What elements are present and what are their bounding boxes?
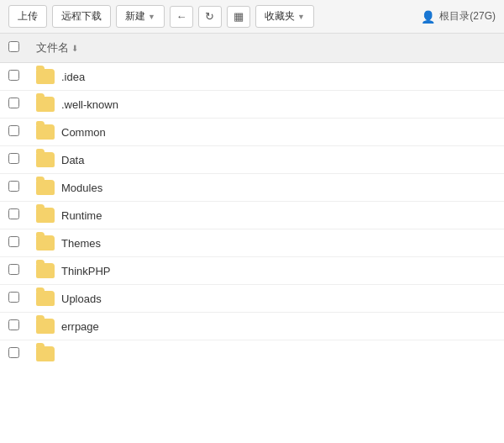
folder-icon — [36, 235, 55, 251]
row-name-cell[interactable] — [28, 340, 504, 368]
row-checkbox[interactable] — [8, 236, 19, 247]
row-checkbox[interactable] — [8, 208, 19, 219]
row-checkbox-cell[interactable] — [0, 229, 28, 257]
table-row[interactable]: .idea — [0, 63, 504, 91]
row-name-cell[interactable]: Modules — [28, 174, 504, 202]
row-name-cell[interactable]: ThinkPHP — [28, 257, 504, 285]
table-row[interactable]: errpage — [0, 313, 504, 340]
table-row[interactable]: Themes — [0, 229, 504, 257]
row-checkbox-cell[interactable] — [0, 146, 28, 174]
folder-icon — [36, 97, 55, 112]
sort-icon: ⬇ — [71, 44, 78, 53]
row-checkbox-cell[interactable] — [0, 91, 28, 119]
select-all-checkbox[interactable] — [8, 41, 19, 52]
folder-icon — [36, 124, 55, 140]
table-row[interactable] — [0, 340, 504, 368]
new-button[interactable]: 新建▼ — [116, 5, 165, 28]
table-row[interactable]: Uploads — [0, 285, 504, 313]
row-checkbox[interactable] — [8, 153, 19, 164]
filename-header[interactable]: 文件名 ⬇ — [28, 34, 504, 63]
row-checkbox[interactable] — [8, 319, 19, 330]
file-name[interactable]: Data — [61, 154, 84, 166]
folder-icon — [36, 152, 55, 167]
favorites-button[interactable]: 收藏夹▼ — [255, 5, 314, 28]
table-header-row: 文件名 ⬇ — [0, 34, 504, 63]
row-checkbox-cell[interactable] — [0, 257, 28, 285]
remote-download-button[interactable]: 远程下载 — [52, 5, 111, 28]
view-button[interactable]: ▦ — [227, 6, 250, 28]
folder-icon — [36, 180, 55, 195]
table-row[interactable]: Runtime — [0, 202, 504, 229]
table-row[interactable]: ThinkPHP — [0, 257, 504, 285]
row-checkbox[interactable] — [8, 125, 19, 136]
folder-icon — [36, 263, 55, 278]
row-checkbox-cell[interactable] — [0, 119, 28, 146]
root-label: 根目录(27G) — [439, 9, 496, 24]
table-row[interactable]: Data — [0, 146, 504, 174]
user-icon: 👤 — [421, 10, 435, 24]
file-name[interactable]: ThinkPHP — [61, 265, 111, 277]
file-table: 文件名 ⬇ .idea — [0, 34, 504, 367]
back-button[interactable]: ← — [170, 6, 193, 28]
row-checkbox[interactable] — [8, 98, 19, 108]
upload-button[interactable]: 上传 — [8, 5, 47, 28]
folder-icon — [36, 346, 55, 361]
row-name-cell[interactable]: errpage — [28, 313, 504, 340]
root-info: 👤 根目录(27G) — [421, 9, 496, 24]
table-row[interactable]: Modules — [0, 174, 504, 202]
table-row[interactable]: .well-known — [0, 91, 504, 119]
row-name-cell[interactable]: Runtime — [28, 202, 504, 229]
row-name-cell[interactable]: Common — [28, 119, 504, 146]
file-name[interactable]: errpage — [61, 320, 99, 333]
folder-icon — [36, 319, 55, 334]
folder-icon — [36, 208, 55, 223]
row-checkbox[interactable] — [8, 264, 19, 275]
file-name[interactable]: .well-known — [61, 98, 118, 111]
header-checkbox-cell[interactable] — [0, 34, 28, 63]
row-name-cell[interactable]: Uploads — [28, 285, 504, 313]
row-checkbox-cell[interactable] — [0, 202, 28, 229]
row-checkbox[interactable] — [8, 181, 19, 192]
file-tbody: .idea .well-known — [0, 63, 504, 368]
row-checkbox-cell[interactable] — [0, 313, 28, 340]
file-name[interactable]: Themes — [61, 237, 101, 250]
row-checkbox[interactable] — [8, 70, 19, 81]
refresh-button[interactable]: ↻ — [198, 6, 222, 28]
row-checkbox-cell[interactable] — [0, 174, 28, 202]
toolbar: 上传 远程下载 新建▼ ← ↻ ▦ 收藏夹▼ 👤 根目录(27G) — [0, 0, 504, 34]
file-container[interactable]: 文件名 ⬇ .idea — [0, 34, 504, 437]
folder-icon — [36, 69, 55, 84]
file-name[interactable]: Runtime — [61, 209, 102, 222]
file-name[interactable]: .idea — [61, 71, 85, 83]
row-checkbox-cell[interactable] — [0, 63, 28, 91]
row-checkbox[interactable] — [8, 292, 19, 303]
folder-icon — [36, 291, 55, 306]
row-name-cell[interactable]: .idea — [28, 63, 504, 91]
file-name[interactable]: Uploads — [61, 293, 102, 305]
row-checkbox-cell[interactable] — [0, 285, 28, 313]
row-name-cell[interactable]: .well-known — [28, 91, 504, 119]
row-checkbox[interactable] — [8, 347, 19, 358]
row-checkbox-cell[interactable] — [0, 340, 28, 368]
file-name[interactable]: Common — [61, 126, 106, 139]
file-name[interactable]: Modules — [61, 182, 102, 194]
table-row[interactable]: Common — [0, 119, 504, 146]
row-name-cell[interactable]: Themes — [28, 229, 504, 257]
row-name-cell[interactable]: Data — [28, 146, 504, 174]
